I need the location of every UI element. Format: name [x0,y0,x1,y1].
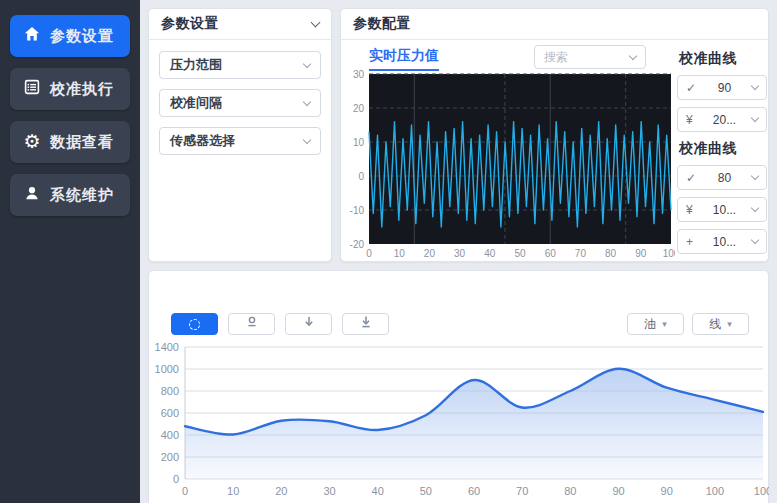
chevron-down-icon [303,59,311,67]
arrow-down-to-line-icon [359,315,373,333]
caret-down-icon: ▾ [662,319,667,329]
select-label: 校准间隔 [170,94,222,112]
realtime-pressure-chart: 3020100-10-200102030405060708090100 [343,66,675,262]
trend-panel: 油 ▾ 线 ▾ 14001000800600400200001020304050… [148,270,769,503]
save-image-button[interactable] [342,313,389,335]
svg-text:10: 10 [394,248,406,259]
app-root: 参数设置 校准执行 ⚙ 数据查看 系统维护 参数设置 压力范围 [0,0,777,503]
restore-button[interactable] [228,313,275,335]
param-config-body: 实时压力值 搜索 3020100-10-20010203040506070809… [341,40,768,262]
param-settings-body: 压力范围 校准间隔 传感器选择 [149,40,331,176]
svg-text:80: 80 [564,485,576,497]
calibration-select-80[interactable]: ✓ 80 [677,165,767,190]
chevron-down-icon [751,114,759,122]
svg-text:800: 800 [161,385,179,397]
sidebar-item-label: 系统维护 [50,186,114,205]
dropdown-label: 油 [644,316,656,333]
search-placeholder: 搜索 [544,49,568,66]
calibration-curve-label: 校准曲线 [679,50,767,68]
calibration-select-90[interactable]: ✓ 90 [677,75,767,100]
svg-text:60: 60 [468,485,480,497]
gear-icon: ⚙ [23,133,41,151]
chevron-down-icon [303,97,311,105]
svg-text:100: 100 [754,485,769,497]
svg-text:60: 60 [545,248,557,259]
svg-text:90: 90 [635,248,647,259]
select-value: 90 [697,81,752,95]
svg-text:70: 70 [516,485,528,497]
line-type-dropdown[interactable]: 线 ▾ [692,313,749,335]
pressure-range-select[interactable]: 压力范围 [159,51,321,79]
calibration-column: 校准曲线 ✓ 90 ¥ 20... 校准曲线 ✓ 80 [677,42,767,261]
calibration-curve-label: 校准曲线 [679,140,767,158]
param-settings-header[interactable]: 参数设置 [149,9,331,40]
panel-title: 参数设置 [161,15,219,33]
caret-down-icon: ▾ [727,319,732,329]
chevron-down-icon [311,18,321,28]
chevron-down-icon [629,51,637,59]
chevron-down-icon [751,204,759,212]
chart-style-dropdown[interactable]: 油 ▾ [627,313,684,335]
svg-text:0: 0 [358,171,364,182]
svg-text:70: 70 [575,248,587,259]
form-icon [23,78,41,100]
sidebar-item-data-view[interactable]: ⚙ 数据查看 [10,121,130,163]
svg-text:20: 20 [275,485,287,497]
chevron-down-icon [303,135,311,143]
plus-icon: + [686,235,697,249]
svg-text:0: 0 [182,485,188,497]
yen-icon: ¥ [686,203,697,217]
calibration-interval-select[interactable]: 校准间隔 [159,89,321,117]
dropdown-label: 线 [709,316,721,333]
svg-text:30: 30 [323,485,335,497]
arrow-down-icon [302,315,316,333]
dashed-circle-icon [189,319,200,330]
sidebar-item-label: 数据查看 [50,133,114,152]
svg-text:90: 90 [612,485,624,497]
check-icon: ✓ [686,171,697,185]
select-value: 10... [697,235,752,249]
reset-view-button[interactable] [171,313,218,335]
sidebar-item-system-maintenance[interactable]: 系统维护 [10,174,130,216]
svg-text:30: 30 [353,69,365,80]
chevron-down-icon [751,172,759,180]
calibration-select-10b[interactable]: + 10... [677,229,767,254]
check-icon: ✓ [686,81,697,95]
sidebar-item-label: 校准执行 [50,80,114,99]
svg-text:100: 100 [663,248,675,259]
svg-text:-10: -10 [350,205,365,216]
svg-text:40: 40 [484,248,496,259]
user-icon [23,184,41,206]
svg-text:1000: 1000 [155,363,179,375]
svg-text:0: 0 [173,473,179,485]
select-value: 20... [697,113,752,127]
svg-text:20: 20 [424,248,436,259]
select-label: 传感器选择 [170,132,235,150]
svg-text:-20: -20 [350,239,365,250]
param-config-panel: 参数配置 实时压力值 搜索 3020100-10-200102030405060… [340,8,769,262]
svg-text:40: 40 [372,485,384,497]
svg-text:200: 200 [161,451,179,463]
panel-title: 参数配置 [353,15,411,33]
svg-text:600: 600 [161,407,179,419]
svg-text:50: 50 [514,248,526,259]
user-bust-icon [245,315,259,333]
sidebar-item-param-settings[interactable]: 参数设置 [10,15,130,57]
select-value: 10... [697,203,752,217]
svg-text:1400: 1400 [155,341,179,353]
sidebar-item-calibration-run[interactable]: 校准执行 [10,68,130,110]
trend-area-chart: 1400100080060040020000102030405060708090… [151,341,769,503]
svg-text:90: 90 [661,485,673,497]
home-icon [23,25,41,47]
svg-text:80: 80 [605,248,617,259]
sidebar-item-label: 参数设置 [50,27,114,46]
svg-text:20: 20 [353,103,365,114]
sensor-select[interactable]: 传感器选择 [159,127,321,155]
calibration-select-20[interactable]: ¥ 20... [677,107,767,132]
download-button[interactable] [285,313,332,335]
calibration-select-10a[interactable]: ¥ 10... [677,197,767,222]
svg-text:10: 10 [227,485,239,497]
chart-toolbar: 油 ▾ 线 ▾ [149,313,768,335]
sidebar: 参数设置 校准执行 ⚙ 数据查看 系统维护 [0,0,140,503]
select-label: 压力范围 [170,56,222,74]
